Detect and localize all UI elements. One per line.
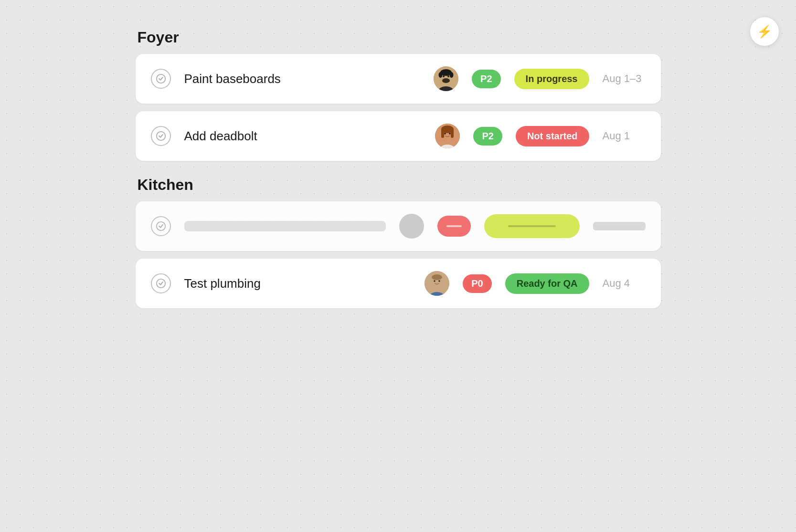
date-text: Aug 4 [603, 277, 646, 290]
check-icon [156, 73, 166, 84]
task-name: Add deadbolt [184, 129, 422, 144]
status-badge-skeleton [484, 214, 580, 238]
section-kitchen: Kitchen Tes [136, 176, 661, 308]
svg-rect-15 [441, 129, 444, 138]
page-container: Foyer Paint baseboards [136, 29, 661, 323]
check-icon [156, 131, 166, 141]
svg-point-5 [439, 72, 443, 78]
section-title-foyer: Foyer [138, 29, 661, 46]
status-badge: Not started [516, 126, 589, 146]
svg-point-24 [432, 274, 442, 280]
priority-badge: P2 [472, 70, 500, 88]
check-circle[interactable] [151, 69, 171, 89]
date-skeleton [593, 222, 646, 230]
check-circle[interactable] [151, 216, 171, 236]
status-badge: In progress [514, 69, 589, 89]
task-name-skeleton [184, 221, 386, 231]
svg-point-17 [445, 133, 446, 135]
svg-point-18 [449, 133, 451, 135]
priority-badge: P0 [463, 274, 491, 293]
avatar [425, 271, 449, 296]
section-title-kitchen: Kitchen [138, 176, 661, 194]
check-circle[interactable] [151, 273, 171, 293]
bolt-button[interactable]: ⚡ [750, 17, 779, 46]
avatar [435, 124, 460, 148]
priority-badge-skeleton [437, 216, 471, 237]
task-card-paint-baseboards[interactable]: Paint baseboards P2In progressAug 1–3 [136, 54, 661, 104]
task-card-test-plumbing[interactable]: Test plumbing P0Ready for QAAug 4 [136, 259, 661, 308]
task-card-kitchen-loading[interactable] [136, 201, 661, 251]
avatar-placeholder [399, 214, 424, 239]
section-foyer: Foyer Paint baseboards [136, 29, 661, 161]
svg-point-8 [443, 75, 445, 77]
svg-point-26 [438, 280, 440, 282]
avatar [434, 66, 458, 91]
task-card-add-deadbolt[interactable]: Add deadbolt P2Not startedAug 1 [136, 111, 661, 161]
task-name: Paint baseboards [184, 72, 421, 86]
check-icon [156, 278, 166, 289]
lightning-icon: ⚡ [757, 24, 772, 39]
skeleton-line [446, 225, 462, 227]
svg-point-7 [442, 78, 450, 83]
task-name: Test plumbing [184, 276, 412, 291]
svg-point-25 [434, 280, 435, 282]
status-badge: Ready for QA [505, 273, 589, 294]
check-circle[interactable] [151, 126, 171, 146]
check-icon [156, 221, 166, 231]
date-text: Aug 1 [603, 130, 646, 142]
svg-rect-16 [451, 129, 454, 138]
svg-point-6 [450, 72, 454, 78]
svg-point-9 [447, 75, 449, 77]
priority-badge: P2 [473, 127, 502, 146]
date-text: Aug 1–3 [603, 73, 646, 85]
skeleton-line [508, 225, 556, 227]
